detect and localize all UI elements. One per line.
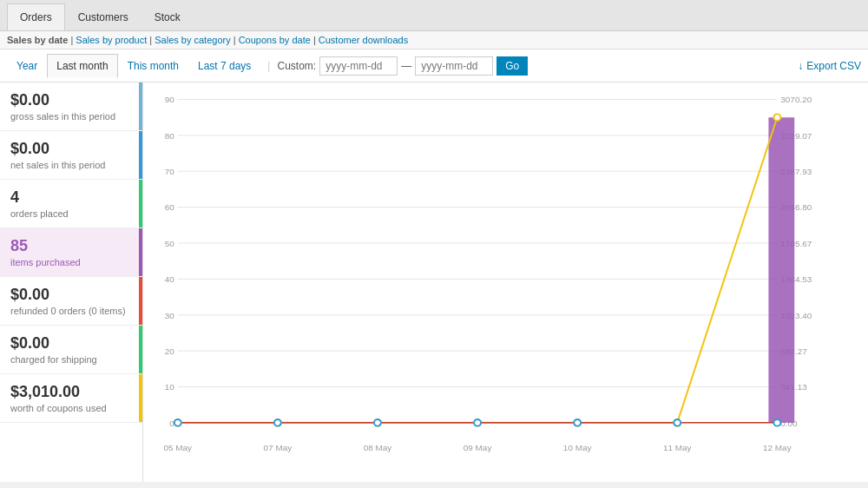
stat-label-2: orders placed — [10, 208, 132, 219]
color-bar-3 — [139, 228, 142, 276]
main-content: $0.00gross sales in this period$0.00net … — [0, 82, 868, 482]
svg-text:70: 70 — [165, 167, 175, 176]
stat-label-6: worth of coupons used — [10, 403, 132, 413]
svg-text:20: 20 — [165, 346, 175, 356]
svg-text:30: 30 — [165, 311, 175, 320]
sublink-coupons-by-date[interactable]: Coupons by date — [239, 35, 311, 45]
svg-text:12 May: 12 May — [763, 443, 792, 452]
svg-text:50: 50 — [165, 239, 175, 248]
export-csv-link[interactable]: ↓ Export CSV — [798, 60, 861, 72]
stat-label-0: gross sales in this period — [10, 111, 132, 122]
svg-rect-30 — [768, 117, 794, 423]
svg-text:10 May: 10 May — [563, 443, 592, 452]
color-bar-1 — [139, 131, 142, 179]
color-bar-0 — [139, 82, 142, 130]
tab-customers[interactable]: Customers — [65, 3, 141, 30]
svg-point-41 — [374, 419, 381, 426]
svg-point-45 — [773, 419, 780, 426]
svg-text:3070.20: 3070.20 — [780, 96, 812, 105]
sub-header: Sales by date | Sales by product | Sales… — [0, 31, 868, 49]
date-separator: — — [401, 60, 411, 72]
stat-item-2: 4orders placed — [0, 180, 142, 228]
stat-value-4: $0.00 — [10, 286, 132, 304]
svg-point-40 — [274, 419, 281, 426]
svg-text:07 May: 07 May — [264, 443, 293, 452]
chart-area: 00.0010341.1320682.27301023.40401364.535… — [143, 82, 868, 482]
filter-year[interactable]: Year — [7, 54, 47, 78]
sublink-sales-by-date[interactable]: Sales by date — [7, 35, 68, 45]
custom-label: Custom: — [277, 60, 316, 72]
stat-value-5: $0.00 — [10, 334, 132, 353]
sublink-sales-by-category[interactable]: Sales by category — [155, 35, 230, 45]
stat-value-3: 85 — [10, 237, 132, 255]
svg-text:10: 10 — [165, 382, 175, 392]
stat-label-4: refunded 0 orders (0 items) — [10, 306, 132, 316]
stat-item-3: 85items purchased — [0, 228, 142, 277]
svg-point-44 — [674, 419, 681, 426]
svg-text:09 May: 09 May — [464, 443, 492, 452]
svg-point-43 — [574, 419, 581, 426]
stat-item-5: $0.00charged for shipping — [0, 326, 142, 374]
svg-point-39 — [174, 419, 181, 426]
sidebar-stats: $0.00gross sales in this period$0.00net … — [0, 82, 143, 482]
svg-text:11 May: 11 May — [663, 443, 692, 452]
download-icon: ↓ — [798, 60, 803, 72]
stat-value-0: $0.00 — [10, 91, 132, 109]
chart-container: 00.0010341.1320682.27301023.40401364.535… — [152, 91, 825, 456]
stat-value-1: $0.00 — [10, 140, 132, 158]
color-bar-6 — [139, 374, 142, 422]
filter-last-7-days[interactable]: Last 7 days — [188, 54, 260, 78]
stat-item-4: $0.00refunded 0 orders (0 items) — [0, 277, 142, 326]
color-bar-5 — [139, 326, 142, 373]
stat-label-5: charged for shipping — [10, 354, 132, 365]
date-from-input[interactable] — [319, 56, 398, 76]
filter-last-month[interactable]: Last month — [47, 54, 117, 78]
stat-value-6: $3,010.00 — [10, 383, 132, 401]
stat-item-1: $0.00net sales in this period — [0, 131, 142, 180]
svg-text:60: 60 — [165, 203, 175, 213]
stat-label-3: items purchased — [10, 257, 132, 267]
stat-value-2: 4 — [10, 188, 132, 207]
filter-bar: Year Last month This month Last 7 days |… — [0, 49, 868, 82]
svg-text:08 May: 08 May — [364, 443, 392, 452]
stat-label-1: net sales in this period — [10, 160, 132, 170]
stat-item-0: $0.00gross sales in this period — [0, 82, 142, 131]
date-to-input[interactable] — [415, 56, 493, 76]
tab-orders[interactable]: Orders — [7, 3, 65, 30]
color-bar-2 — [139, 180, 142, 228]
go-button[interactable]: Go — [496, 56, 528, 76]
top-tabs: Orders Customers Stock — [0, 0, 868, 31]
svg-text:40: 40 — [165, 274, 175, 284]
svg-point-38 — [773, 114, 780, 121]
color-bar-4 — [139, 277, 142, 325]
sublink-sales-by-product[interactable]: Sales by product — [76, 35, 147, 45]
export-csv-label: Export CSV — [806, 60, 861, 72]
tab-stock[interactable]: Stock — [141, 3, 194, 30]
svg-text:80: 80 — [165, 131, 175, 141]
svg-text:90: 90 — [165, 96, 175, 105]
stat-item-6: $3,010.00worth of coupons used — [0, 374, 142, 423]
filter-this-month[interactable]: This month — [118, 54, 188, 78]
svg-point-42 — [474, 419, 481, 426]
chart-svg: 00.0010341.1320682.27301023.40401364.535… — [152, 91, 825, 456]
svg-text:05 May: 05 May — [164, 443, 193, 452]
sublink-customer-downloads[interactable]: Customer downloads — [319, 35, 408, 45]
